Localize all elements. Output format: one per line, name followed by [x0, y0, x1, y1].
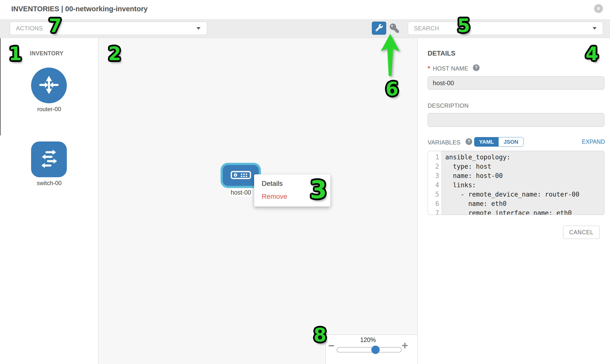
sidebar-scrollbar[interactable]: [0, 38, 1, 135]
host-icon: [231, 171, 251, 180]
code-line: links:: [445, 181, 604, 190]
actions-dropdown-label: ACTIONS: [10, 25, 196, 32]
toggle-json[interactable]: JSON: [499, 137, 523, 146]
help-icon[interactable]: ?: [466, 138, 472, 145]
code-line: remote_interface_name: eth0: [445, 208, 604, 215]
annotation-3: 3: [310, 178, 327, 202]
zoom-slider-thumb[interactable]: [371, 346, 380, 354]
editor-code[interactable]: ansible_topology: type: host name: host-…: [442, 151, 604, 215]
zoom-out-button[interactable]: −: [328, 340, 335, 351]
search-dropdown[interactable]: SEARCH: [408, 22, 603, 35]
expand-link[interactable]: EXPAND: [582, 139, 605, 145]
cancel-button[interactable]: CANCEL: [563, 226, 600, 239]
variables-label: VARIABLES: [428, 139, 460, 146]
help-icon[interactable]: ?: [473, 64, 480, 71]
variables-editor[interactable]: 1 2 3 4 5 6 7 ansible_topology: type: ho…: [428, 151, 604, 215]
chevron-down-icon: [196, 27, 200, 30]
code-line: name: host-00: [445, 171, 604, 181]
host-name-label: HOST NAME: [433, 65, 468, 72]
host-node-label: host-00: [230, 188, 252, 196]
sidebar-item-switch[interactable]: [31, 142, 67, 177]
line-number: 2: [428, 162, 441, 171]
zoom-slider-track[interactable]: [337, 347, 402, 352]
line-number: 3: [428, 171, 441, 181]
key-button[interactable]: [389, 23, 400, 33]
zoom-level-value: 120%: [326, 336, 410, 343]
annotation-arrow-up-icon: [380, 33, 401, 77]
router-icon: [36, 72, 62, 99]
key-icon: [390, 24, 399, 33]
toggle-yaml[interactable]: YAML: [474, 137, 499, 146]
line-number: 6: [428, 199, 441, 208]
actions-dropdown[interactable]: ACTIONS: [10, 22, 207, 35]
wrench-icon: [376, 24, 383, 32]
annotation-5: 5: [457, 16, 470, 35]
zoom-control: 120% − +: [325, 335, 418, 364]
chevron-down-icon: [593, 27, 597, 30]
required-asterisk: *: [428, 65, 430, 72]
code-line: type: host: [445, 162, 604, 171]
search-placeholder: SEARCH: [408, 25, 593, 32]
close-icon[interactable]: ✕: [594, 4, 603, 13]
line-number: 5: [428, 190, 441, 199]
sidebar-item-router[interactable]: [31, 67, 67, 103]
editor-gutter: 1 2 3 4 5 6 7: [428, 151, 442, 215]
description-label: DESCRIPTION: [428, 102, 468, 109]
app-window: INVENTORIES | 00-networking-inventory ✕ …: [0, 0, 610, 364]
zoom-in-button[interactable]: +: [402, 340, 408, 351]
annotation-2: 2: [108, 45, 121, 63]
line-number: 1: [428, 153, 441, 162]
annotation-4: 4: [585, 45, 598, 63]
switch-icon: [36, 146, 62, 173]
annotation-7: 7: [49, 16, 62, 35]
close-glyph: ✕: [597, 6, 601, 12]
inventory-heading: INVENTORY: [30, 50, 63, 57]
annotation-8: 8: [313, 326, 326, 344]
page-title: INVENTORIES | 00-networking-inventory: [11, 5, 148, 13]
description-input[interactable]: [428, 113, 604, 127]
annotation-6: 6: [386, 80, 399, 98]
annotation-1: 1: [9, 45, 22, 63]
variables-format-toggle: YAML JSON: [474, 137, 524, 147]
details-heading: DETAILS: [428, 50, 455, 57]
sidebar-item-label: router-00: [0, 106, 98, 113]
code-line: name: eth0: [445, 199, 604, 208]
line-number: 4: [428, 181, 441, 190]
line-number: 7: [428, 208, 441, 215]
host-name-input[interactable]: [428, 76, 604, 90]
code-line: ansible_topology:: [445, 153, 604, 162]
toolkit-button[interactable]: [372, 22, 386, 35]
code-line: - remote_device_name: router-00: [445, 190, 604, 199]
sidebar-item-label: switch-00: [0, 180, 98, 186]
